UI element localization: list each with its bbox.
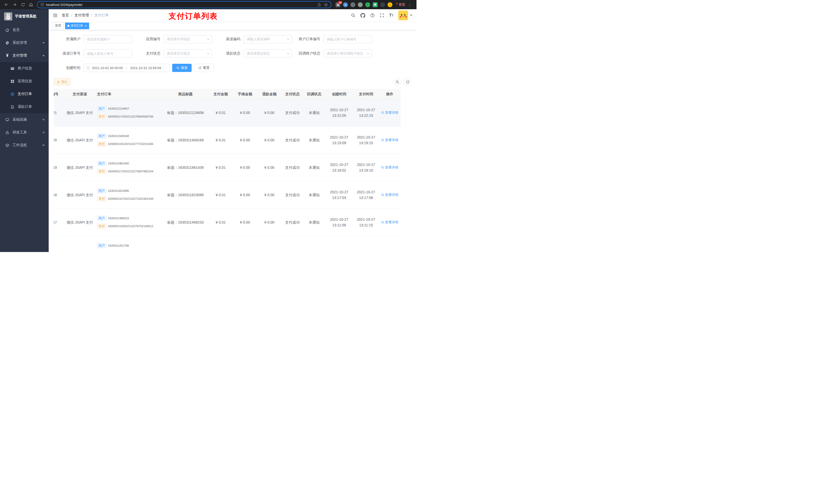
sidebar-item-1[interactable]: 系统管理 [0, 37, 49, 49]
sidebar-item-3[interactable]: 商户信息 [0, 62, 49, 75]
cell-fee [233, 236, 257, 252]
date-range-picker[interactable]: 2021-10-01 00:00:00-2021-10-31 23:59:59 [84, 64, 170, 72]
sidebar-item-0[interactable]: 首页 [0, 24, 49, 37]
screen: localhost:1024/pay/order ▦10 ● ✓ 💬 ☺ 更新 … [0, 0, 416, 252]
filter-label: 回调商户状态 [299, 51, 323, 56]
view-detail-label: 查看详情 [385, 165, 398, 170]
orders-table-viewport: 编号支付渠道支付订单商品标题支付金额手续金额退款金额支付状态回调状态创建时间支付… [54, 89, 411, 252]
browser-home-icon[interactable] [27, 1, 35, 8]
page-annotation: 支付订单列表 [169, 11, 218, 22]
search-button[interactable]: 搜索 [172, 64, 192, 72]
filter-input-0-3[interactable] [323, 35, 372, 43]
view-detail-link[interactable]: 查看详情 [381, 110, 398, 116]
select-placeholder: 请选择支付状态 [167, 51, 190, 56]
close-icon[interactable]: × [85, 24, 87, 27]
filter-select-0-2[interactable]: 请输入渠道编码 [243, 35, 292, 43]
header-search-icon[interactable] [351, 13, 356, 18]
cell-notify: 未通知 [303, 126, 325, 154]
merchant-icon [10, 66, 15, 71]
sidebar-item-5[interactable]: 支付订单 [0, 88, 49, 100]
share-icon[interactable] [317, 3, 321, 6]
merchant-order-no: 1635311881440 [108, 161, 129, 166]
column-header-3: 商品标题 [162, 89, 209, 99]
filter-input-1-0[interactable] [84, 49, 132, 57]
view-detail-link[interactable]: 查看详情 [381, 192, 398, 198]
browser-reload-icon[interactable] [19, 1, 27, 8]
browser-back-icon[interactable] [3, 1, 10, 8]
extension-icon[interactable] [358, 2, 363, 7]
pay-tag: 支付 [97, 114, 106, 119]
url-bar[interactable]: localhost:1024/pay/order [37, 1, 331, 8]
browser-menu-icon[interactable]: ⋮ [408, 2, 412, 7]
filter-select-1-3[interactable]: 请选择订单回调商户状态 [323, 49, 372, 57]
font-size-icon[interactable]: TT [389, 13, 394, 18]
merchant-tag: 商户 [97, 106, 106, 111]
filter-select-1-1[interactable]: 请选择支付状态 [163, 49, 212, 57]
sidebar-item-6[interactable]: 退款订单 [0, 100, 49, 113]
cell-order: 商户1635312124657支付42000011742021102780605… [95, 99, 162, 126]
select-placeholder: 请选择退款状态 [247, 51, 270, 56]
cell-status: 支付成功 [282, 209, 303, 236]
sidebar-item-9[interactable]: 工作流程 [0, 139, 49, 152]
cell-create-time [325, 236, 353, 252]
cell-refund: ¥ 0.00 [257, 99, 282, 126]
table-toolbar: 导出 [54, 78, 411, 86]
orders-table: 编号支付渠道支付订单商品标题支付金额手续金额退款金额支付状态回调状态创建时间支付… [54, 89, 401, 252]
breadcrumb-item-pay[interactable]: 支付管理 [74, 13, 89, 18]
refresh-table-button[interactable] [404, 78, 411, 86]
tab-1[interactable]: 支付订单× [65, 23, 89, 29]
tab-label: 首页 [55, 24, 61, 28]
magnifier-icon [381, 166, 384, 169]
sidebar-item-7[interactable]: 基础设施 [0, 113, 49, 126]
view-detail-link[interactable]: 查看详情 [381, 165, 398, 170]
update-label: 更新 [399, 2, 405, 7]
extension-icon[interactable]: ✓ [365, 2, 370, 7]
bookmark-star-icon[interactable] [324, 3, 328, 7]
cell-id: 19 [54, 154, 65, 181]
extension-icon[interactable]: 💬 [373, 2, 378, 7]
view-detail-link[interactable]: 查看详情 [381, 137, 398, 143]
avatar[interactable] [398, 10, 408, 20]
extension-icon[interactable]: ▦10 [336, 2, 340, 7]
tab-active-dot [67, 25, 69, 27]
filter-select-0-1[interactable]: 请选择应用信息 [163, 35, 212, 43]
filter-label: 退款状态 [219, 51, 243, 56]
cell-status: 支付成功 [282, 154, 303, 181]
sidebar-item-2[interactable]: ¥支付管理 [0, 49, 49, 62]
cell-notify: 未通知 [303, 154, 325, 181]
extension-icon[interactable]: ☺ [387, 2, 392, 7]
info-icon[interactable] [41, 3, 44, 6]
sidebar-item-8[interactable]: 研发工具 [0, 126, 49, 139]
help-icon[interactable] [370, 13, 375, 18]
home-icon [5, 28, 9, 32]
user-menu[interactable] [398, 10, 412, 20]
extension-icon[interactable] [380, 2, 385, 7]
filter-input-0-0[interactable] [84, 35, 132, 43]
toggle-search-button[interactable] [394, 78, 401, 86]
view-detail-label: 查看详情 [385, 110, 398, 116]
cell-title [162, 236, 209, 252]
fullscreen-icon[interactable] [380, 13, 384, 18]
view-detail-link[interactable]: 查看详情 [381, 219, 398, 225]
app-logo[interactable]: 芋道管理系统 [0, 9, 49, 24]
breadcrumb-item-home[interactable]: 首页 [62, 13, 69, 18]
cell-status: 支付成功 [282, 99, 303, 126]
browser-forward-icon[interactable] [11, 1, 19, 8]
magnifier-icon [381, 193, 384, 196]
breadcrumb: 首页 / 支付管理 / 支付订单 [62, 13, 109, 18]
filter-select-1-2[interactable]: 请选择退款状态 [243, 49, 292, 57]
extension-icon[interactable]: ● [343, 2, 348, 7]
merchant-order-no: 1635311823086 [108, 188, 129, 194]
hamburger-icon[interactable] [53, 13, 57, 18]
export-button[interactable]: 导出 [54, 78, 70, 86]
cell-amount: ¥ 0.01 [209, 209, 233, 236]
pay-tag: 支付 [97, 169, 106, 174]
github-icon[interactable] [360, 13, 365, 18]
extension-icon[interactable] [351, 2, 355, 7]
sidebar-menu: 首页系统管理¥支付管理商户信息应用信息支付订单退款订单基础设施研发工具工作流程 [0, 24, 49, 152]
tab-0[interactable]: 首页 [53, 23, 64, 29]
browser-update-button[interactable]: 更新 [396, 2, 405, 7]
reset-button[interactable]: 重置 [194, 64, 214, 72]
sidebar-item-4[interactable]: 应用信息 [0, 75, 49, 88]
cell-create-time: 2021-10-27 13:18:02 [325, 154, 353, 181]
